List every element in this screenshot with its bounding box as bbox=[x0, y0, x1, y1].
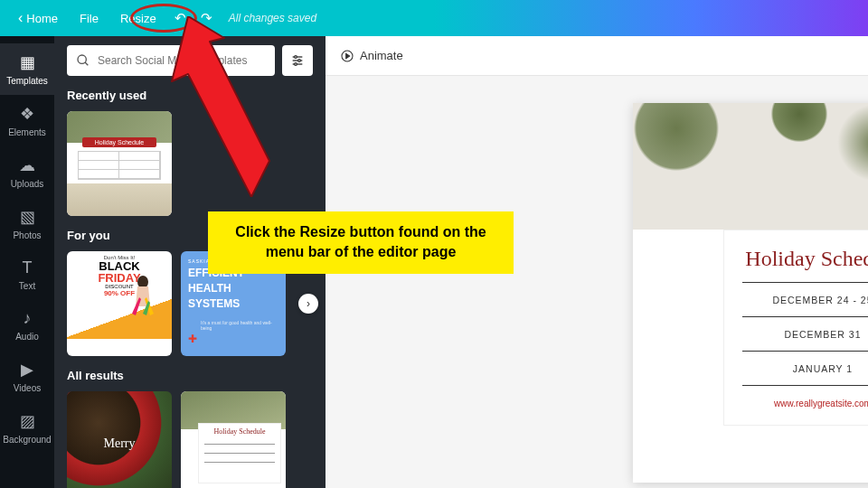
resize-button[interactable]: Resize bbox=[109, 6, 167, 31]
rail-background-label: Background bbox=[3, 435, 51, 445]
home-label: Home bbox=[26, 12, 58, 25]
text-icon: T bbox=[23, 258, 33, 277]
rail-photos[interactable]: ▧ Photos bbox=[0, 198, 54, 249]
health-l2: HEALTH bbox=[188, 283, 278, 295]
rail-audio-label: Audio bbox=[15, 332, 39, 342]
search-row bbox=[67, 45, 313, 76]
undo-button[interactable]: ↶ bbox=[167, 5, 193, 32]
rail-templates[interactable]: ▦ Templates bbox=[0, 43, 54, 95]
template-thumb-holiday-2[interactable]: Holiday Schedule bbox=[181, 391, 286, 488]
search-icon bbox=[76, 53, 90, 68]
canvas-toolbar: Animate bbox=[326, 36, 868, 76]
rail-uploads[interactable]: ☁ Uploads bbox=[0, 146, 54, 198]
resize-label: Resize bbox=[120, 12, 156, 25]
rail-text-label: Text bbox=[19, 281, 35, 291]
home-button[interactable]: ‹ Home bbox=[7, 5, 69, 32]
svg-point-5 bbox=[295, 56, 297, 59]
schedule-card: Holiday Schedule DECEMBER 24 - 25 DECEMB… bbox=[723, 230, 868, 426]
sliders-icon bbox=[290, 53, 305, 68]
annotation-callout: Click the Resize button found on the men… bbox=[208, 211, 514, 274]
plus-icon: ✚ bbox=[188, 333, 197, 345]
templates-icon: ▦ bbox=[20, 52, 35, 72]
svg-line-1 bbox=[85, 62, 88, 65]
design-document[interactable]: Holiday Schedule DECEMBER 24 - 25 DECEMB… bbox=[633, 103, 868, 483]
animate-label: Animate bbox=[360, 49, 403, 62]
uploads-icon: ☁ bbox=[19, 155, 35, 175]
svg-point-6 bbox=[298, 60, 301, 62]
rail-uploads-label: Uploads bbox=[11, 179, 44, 189]
xmas-text: Merry bbox=[104, 436, 136, 451]
rail-text[interactable]: T Text bbox=[0, 249, 54, 300]
background-icon: ▨ bbox=[20, 411, 35, 431]
svg-point-0 bbox=[78, 55, 86, 63]
chevron-left-icon: ‹ bbox=[18, 10, 23, 26]
rail-elements[interactable]: ❖ Elements bbox=[0, 95, 54, 146]
template-thumb-holiday[interactable]: Holiday Schedule bbox=[67, 111, 172, 216]
hol2-title: Holiday Schedule bbox=[199, 424, 281, 436]
doc-site: www.reallygreatsite.com bbox=[742, 399, 868, 408]
health-l3: SYSTEMS bbox=[188, 298, 278, 310]
rail-videos[interactable]: ▶ Videos bbox=[0, 351, 54, 402]
elements-icon: ❖ bbox=[20, 104, 34, 124]
rail-templates-label: Templates bbox=[6, 76, 48, 86]
carousel-next-button[interactable]: › bbox=[298, 294, 318, 314]
thumb-badge: Holiday Schedule bbox=[82, 137, 156, 147]
canvas-viewport[interactable]: Holiday Schedule DECEMBER 24 - 25 DECEMB… bbox=[326, 76, 868, 488]
shopper-icon bbox=[123, 274, 163, 328]
doc-title: Holiday Schedule bbox=[742, 247, 868, 271]
rail-audio[interactable]: ♪ Audio bbox=[0, 300, 54, 351]
search-box[interactable] bbox=[67, 45, 275, 76]
section-recently-used: Recently used bbox=[67, 89, 313, 102]
videos-icon: ▶ bbox=[21, 360, 33, 380]
file-menu[interactable]: File bbox=[69, 6, 109, 31]
photos-icon: ▧ bbox=[20, 207, 35, 227]
filter-button[interactable] bbox=[282, 45, 313, 76]
schedule-row-3: JANUARY 1 bbox=[742, 352, 868, 386]
schedule-row-1: DECEMBER 24 - 25 bbox=[742, 283, 868, 317]
search-input[interactable] bbox=[98, 54, 266, 67]
all-results-row: Merry Holiday Schedule bbox=[67, 391, 313, 488]
section-all-results: All results bbox=[67, 369, 313, 382]
left-rail: ▦ Templates ❖ Elements ☁ Uploads ▧ Photo… bbox=[0, 36, 54, 488]
rail-videos-label: Videos bbox=[14, 383, 41, 393]
health-sub: It's a must for good health and well-bei… bbox=[201, 320, 278, 331]
schedule-row-2: DECEMBER 31 bbox=[742, 317, 868, 352]
animate-icon bbox=[340, 49, 354, 63]
rail-photos-label: Photos bbox=[13, 230, 41, 240]
rail-elements-label: Elements bbox=[8, 127, 46, 137]
recently-used-row: Holiday Schedule bbox=[67, 111, 313, 216]
template-thumb-black-friday[interactable]: Don't Miss It! BLACK FRIDAY DISCOUNT 90%… bbox=[67, 251, 172, 356]
foliage-image bbox=[633, 103, 868, 230]
audio-icon: ♪ bbox=[24, 309, 32, 328]
template-thumb-christmas[interactable]: Merry bbox=[67, 391, 172, 488]
top-menu-bar: ‹ Home File Resize ↶ ↷ All changes saved bbox=[0, 0, 868, 36]
rail-background[interactable]: ▨ Background bbox=[0, 402, 54, 454]
save-status: All changes saved bbox=[229, 12, 316, 24]
svg-point-8 bbox=[137, 276, 148, 288]
redo-button[interactable]: ↷ bbox=[193, 5, 220, 32]
svg-point-7 bbox=[295, 63, 297, 66]
file-label: File bbox=[80, 12, 99, 25]
animate-button[interactable]: Animate bbox=[340, 49, 403, 63]
